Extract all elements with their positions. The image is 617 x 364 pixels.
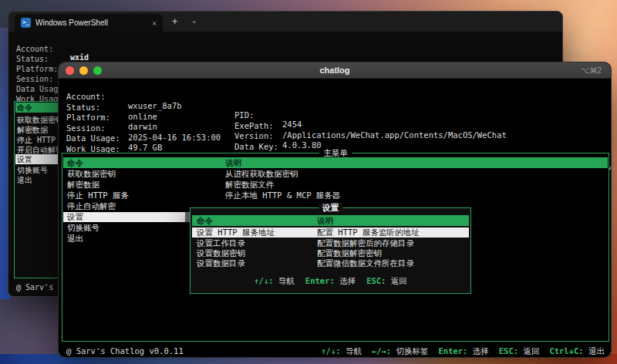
- account-value: wxuser_8a7b: [128, 101, 182, 110]
- menu-col-desc: 说明: [225, 158, 241, 169]
- terminal-tab-bar: >_ Windows PowerShell ✕ + ⌄: [8, 12, 562, 32]
- menu-col-command: 命令: [67, 158, 83, 169]
- chatlog-window: chatlog ⌥⌘2 Account: wxuser_8a7b PID: 24…: [58, 62, 612, 358]
- statusbar-key-hints: ↑/↓: 导航 ←/→: 切换标签 Enter: 选择 ESC: 返回 Ctrl…: [321, 346, 605, 357]
- datausage-value: 49.7 GB: [128, 143, 162, 152]
- dialog-header-row: 命令 说明: [192, 215, 469, 226]
- exepath-label: ExePath:: [234, 121, 274, 130]
- window-shortcut: ⌥⌘2: [581, 66, 602, 75]
- key-ctrl-c: Ctrl+C:: [549, 346, 583, 356]
- tab-title: Windows PowerShell: [35, 19, 148, 27]
- dialog-col-command: 命令: [197, 216, 213, 227]
- ps-menu-item[interactable]: 切换账号: [17, 165, 48, 176]
- hint-select: Enter: 选择: [305, 276, 356, 287]
- new-tab-button[interactable]: +: [172, 16, 177, 27]
- key-enter: Enter:: [305, 276, 335, 285]
- menu-cmd: 获取数据密钥: [67, 169, 116, 180]
- dialog-row[interactable]: 设置数据目录 配置微信数据文件所在目录: [192, 258, 469, 268]
- dialog-desc: 配置数据解密后的存储目录: [317, 238, 414, 249]
- window-title: chatlog: [59, 66, 611, 75]
- status-value: online: [128, 112, 157, 121]
- menu-row[interactable]: 获取数据密钥 从进程获取数据密钥: [63, 169, 608, 179]
- ps-menu-item[interactable]: 解密数据: [17, 125, 48, 136]
- ps-menu-item-label: 设置: [17, 154, 32, 165]
- ps-account-value: wxid_: [70, 53, 93, 62]
- menu-cmd: 切换账号: [67, 223, 99, 234]
- hint-select: Enter: 选择: [439, 346, 489, 357]
- tab-windows-powershell[interactable]: >_ Windows PowerShell ✕: [15, 14, 163, 32]
- app-version-text: @ Sarv's Chatlog v0.0.11: [66, 346, 184, 356]
- key-enter: Enter:: [439, 346, 468, 356]
- dialog-row-selected[interactable]: 设置 HTTP 服务地址 配置 HTTP 服务监听的地址: [192, 228, 469, 238]
- dialog-cmd: 设置工作目录: [197, 238, 245, 249]
- key-arrows: ↑/↓:: [321, 346, 340, 356]
- dialog-row[interactable]: 设置数据密钥 配置数据解密密钥: [192, 248, 469, 258]
- version-value: 4.0.3.80: [282, 140, 322, 150]
- menu-cmd: 停止 HTTP 服务: [67, 190, 129, 201]
- dialog-cmd: 设置数据目录: [197, 258, 245, 269]
- dialog-title: 设置: [319, 203, 342, 214]
- dialog-desc: 配置数据解密密钥: [317, 248, 382, 259]
- session-value: 2025-04-16 16:53:00: [128, 133, 221, 142]
- menu-desc: 停止本地 HTTP & MCP 服务器: [225, 190, 340, 201]
- pid-value: 2454: [282, 120, 302, 129]
- key-arrows: ↑/↓:: [254, 276, 273, 285]
- chevron-down-icon[interactable]: ⌄: [192, 16, 196, 24]
- dialog-cmd: 设置数据密钥: [197, 248, 245, 259]
- menu-cmd: 设置: [67, 212, 83, 223]
- dialog-footer-hints: ↑/↓: 导航 Enter: 选择 ESC: 返回: [190, 276, 470, 287]
- menu-desc: 从进程获取数据密钥: [225, 169, 298, 180]
- dialog-desc: 配置 HTTP 服务监听的地址: [317, 228, 419, 238]
- menu-cmd: 停止自动解密: [67, 201, 116, 212]
- tab-close-icon[interactable]: ✕: [153, 19, 157, 27]
- version-label: Version:: [234, 131, 274, 140]
- dialog-desc: 配置微信数据文件所在目录: [317, 258, 414, 269]
- ps-statusbar-text: @ Sarv's: [16, 283, 53, 292]
- dialog-cmd: 设置 HTTP 服务地址: [197, 228, 275, 238]
- ps-menu-item[interactable]: 退出: [17, 175, 32, 186]
- ps-menu-item[interactable]: 获取数据密钥: [17, 115, 63, 126]
- hint-back: ESC: 返回: [366, 276, 407, 287]
- hint-switch-tab: ←/→: 切换标签: [372, 346, 429, 357]
- key-leftright: ←/→:: [372, 346, 391, 356]
- menu-desc: 解密数据文件: [225, 180, 274, 190]
- menu-cmd: 解密数据: [67, 180, 99, 190]
- powershell-icon: >_: [21, 18, 31, 28]
- hint-navigate: ↑/↓: 导航: [254, 276, 295, 287]
- menu-header-row: 命令 说明: [63, 157, 608, 168]
- pid-label: PID:: [234, 110, 254, 120]
- settings-dialog: 设置 命令 说明 设置 HTTP 服务地址 配置 HTTP 服务监听的地址 设置…: [190, 207, 471, 294]
- hint-quit: Ctrl+C: 退出: [549, 346, 605, 357]
- menu-row-selected[interactable]: 设置: [63, 212, 191, 222]
- mac-titlebar[interactable]: chatlog ⌥⌘2: [59, 62, 611, 79]
- menu-row[interactable]: 停止 HTTP 服务 停止本地 HTTP & MCP 服务器: [63, 190, 608, 201]
- exepath-value: /Applications/WeChat.app/Contents/MacOS/…: [282, 130, 507, 140]
- dialog-row[interactable]: 设置工作目录 配置数据解密后的存储目录: [192, 238, 469, 248]
- hint-back: ESC: 返回: [499, 346, 540, 357]
- datakey-label: Data Key:: [234, 142, 278, 151]
- menu-row[interactable]: 解密数据 解密数据文件: [63, 180, 608, 190]
- key-esc: ESC:: [499, 346, 518, 356]
- chatlog-statusbar: @ Sarv's Chatlog v0.0.11 ↑/↓: 导航 ←/→: 切换…: [59, 345, 611, 358]
- key-esc: ESC:: [366, 276, 386, 285]
- hint-navigate: ↑/↓: 导航: [321, 346, 362, 357]
- menu-cmd: 退出: [67, 234, 83, 244]
- platform-value: darwin: [128, 122, 157, 131]
- dialog-col-desc: 说明: [317, 216, 333, 227]
